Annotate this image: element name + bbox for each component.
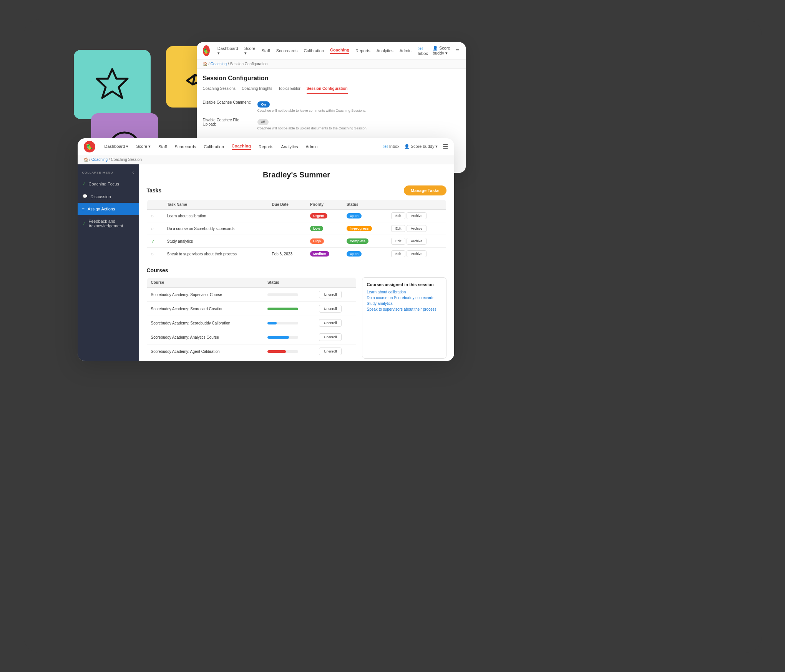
- course-name-4: Scorebuddy Academy: Analytics Course: [147, 330, 264, 344]
- main-nav-dashboard[interactable]: Dashboard ▾: [105, 144, 129, 149]
- bg-nav-calibration[interactable]: Calibration: [304, 48, 324, 53]
- unenroll-button-5[interactable]: Unenroll: [319, 348, 342, 355]
- main-nav-coaching[interactable]: Coaching: [232, 144, 251, 150]
- task-actions-3: Edit Archive: [387, 235, 446, 248]
- main-logo: 🦜: [84, 141, 95, 152]
- bg-nav-dashboard[interactable]: Dashboard ▾: [217, 46, 238, 56]
- bg-breadcrumb-page: Session Configuration: [230, 62, 267, 66]
- assigned-course-3[interactable]: Study analytics: [367, 301, 441, 306]
- task-archive-button-2[interactable]: Archive: [407, 225, 427, 232]
- main-nav-calibration[interactable]: Calibration: [204, 144, 224, 149]
- main-nav-score[interactable]: Score ▾: [136, 144, 151, 149]
- tasks-col-name: Task Name: [163, 200, 268, 210]
- bg-toggle-on[interactable]: On: [257, 101, 270, 108]
- list-item: Scorebuddy Academy: Supervisor Course Un…: [147, 288, 356, 302]
- table-row: ✓ Study analytics High Complete Edit Arc…: [147, 235, 446, 248]
- bg-inbox[interactable]: 📧 Inbox: [418, 46, 428, 56]
- assigned-course-1[interactable]: Learn about calibration: [367, 290, 441, 294]
- sidebar-item-discussion[interactable]: 💬 Discussion: [78, 190, 139, 203]
- courses-header-row: Course Status: [147, 278, 356, 288]
- bg-page-title: Session Configuration: [203, 75, 460, 82]
- task-edit-button-2[interactable]: Edit: [391, 225, 406, 232]
- task-edit-button-1[interactable]: Edit: [391, 212, 406, 219]
- task-edit-button-3[interactable]: Edit: [391, 238, 406, 245]
- bg-tabs: Coaching Sessions Coaching Insights Topi…: [203, 86, 460, 94]
- main-inbox[interactable]: 📧 Inbox: [383, 144, 400, 149]
- main-nav-reports[interactable]: Reports: [259, 144, 274, 149]
- course-progress-1: [264, 288, 315, 302]
- task-archive-button-4[interactable]: Archive: [407, 250, 427, 257]
- course-progress-3: [264, 316, 315, 330]
- sidebar-label-discussion: Discussion: [91, 194, 111, 199]
- task-due-3: [268, 235, 307, 248]
- tasks-col-status: Status: [343, 200, 387, 210]
- unenroll-button-3[interactable]: Unenroll: [319, 319, 342, 327]
- bg-nav-score[interactable]: Score ▾: [244, 46, 256, 56]
- bg-nav-bar: 🦜 Dashboard ▾ Score ▾ Staff Scorecards C…: [197, 42, 466, 60]
- progress-bar-2: [267, 308, 298, 310]
- main-nav-staff[interactable]: Staff: [158, 144, 167, 149]
- sidebar-label-assign-actions: Assign Actions: [88, 207, 115, 211]
- task-check-1: ○: [147, 210, 163, 222]
- main-content: Bradley's Summer Tasks Manage Tasks Task…: [139, 164, 454, 361]
- bg-tab-sessions[interactable]: Coaching Sessions: [203, 86, 236, 94]
- main-hamburger[interactable]: ☰: [443, 143, 448, 150]
- svg-marker-0: [97, 69, 128, 98]
- task-due-4: Feb 8, 2023: [268, 248, 307, 260]
- sidebar-item-assign-actions[interactable]: ≡ Assign Actions: [78, 203, 139, 215]
- course-progress-2: [264, 302, 315, 316]
- bg-user[interactable]: 👤 Score buddy ▾: [433, 46, 451, 56]
- bg-breadcrumb-coaching[interactable]: Coaching: [211, 62, 227, 66]
- sidebar-item-coaching-focus[interactable]: ✓ Coaching Focus: [78, 177, 139, 190]
- sticker-star: [74, 50, 151, 119]
- task-archive-button-3[interactable]: Archive: [407, 238, 427, 245]
- bg-content: Session Configuration Coaching Sessions …: [197, 69, 466, 142]
- bg-nav-reports[interactable]: Reports: [355, 48, 370, 53]
- bg-nav-scorecards[interactable]: Scorecards: [276, 48, 298, 53]
- task-due-2: [268, 222, 307, 235]
- task-edit-button-4[interactable]: Edit: [391, 250, 406, 257]
- bg-tab-topics[interactable]: Topics Editor: [279, 86, 300, 94]
- main-nav-scorecards[interactable]: Scorecards: [175, 144, 196, 149]
- bg-tab-insights[interactable]: Coaching Insights: [242, 86, 272, 94]
- main-breadcrumb-coaching[interactable]: Coaching: [91, 157, 108, 162]
- task-actions-2: Edit Archive: [387, 222, 446, 235]
- unenroll-button-2[interactable]: Unenroll: [319, 305, 342, 313]
- main-nav-analytics[interactable]: Analytics: [281, 144, 298, 149]
- session-title: Bradley's Summer: [147, 170, 446, 179]
- bg-nav-right: 📧 Inbox 👤 Score buddy ▾ ☰: [418, 46, 460, 56]
- progress-fill-2: [267, 308, 298, 310]
- table-row: ○ Learn about calibration Urgent Open Ed…: [147, 210, 446, 222]
- tasks-col-actions: [387, 200, 446, 210]
- courses-layout: Course Status Scorebuddy Academy: Superv…: [147, 277, 446, 359]
- sidebar-icon-assign: ≡: [82, 207, 85, 211]
- bg-nav-coaching[interactable]: Coaching: [330, 48, 349, 54]
- main-nav-admin[interactable]: Admin: [306, 144, 318, 149]
- assigned-course-4[interactable]: Speak to supervisors about their process: [367, 307, 441, 311]
- bg-nav-admin[interactable]: Admin: [400, 48, 412, 53]
- bg-tab-config[interactable]: Session Configuration: [307, 86, 348, 94]
- task-archive-button-1[interactable]: Archive: [407, 212, 427, 219]
- unenroll-button-4[interactable]: Unenroll: [319, 333, 342, 341]
- bg-toggle-off[interactable]: off: [257, 119, 269, 125]
- sidebar-chevron-icon: ‹: [133, 170, 134, 175]
- sidebar-check-icon-2: ✓: [82, 221, 86, 226]
- bg-nav-staff[interactable]: Staff: [261, 48, 270, 53]
- list-item: Scorebuddy Academy: Analytics Course Une…: [147, 330, 356, 344]
- sidebar-collapse-btn[interactable]: COLLAPSE MENU ‹: [78, 167, 139, 177]
- table-row: ○ Do a course on Scorebuddy scorecards L…: [147, 222, 446, 235]
- sidebar-item-feedback[interactable]: ✓ Feedback and Acknowledgement: [78, 215, 139, 232]
- task-name-2: Do a course on Scorebuddy scorecards: [163, 222, 268, 235]
- manage-tasks-button[interactable]: Manage Tasks: [404, 185, 446, 195]
- unenroll-button-1[interactable]: Unenroll: [319, 291, 342, 298]
- task-priority-3: High: [306, 235, 343, 248]
- task-status-4: Open: [343, 248, 387, 260]
- bg-menu-icon[interactable]: ☰: [456, 48, 460, 53]
- bg-nav-analytics[interactable]: Analytics: [377, 48, 393, 53]
- assigned-course-2[interactable]: Do a course on Scorebuddy scorecards: [367, 296, 441, 300]
- progress-bar-4: [267, 336, 298, 339]
- main-user[interactable]: 👤 Score buddy ▾: [404, 144, 438, 149]
- list-item: Scorebuddy Academy: Scorecard Creation U…: [147, 302, 356, 316]
- task-name-1: Learn about calibration: [163, 210, 268, 222]
- bg-setting-comment-desc: Coachee will not be able to leave commen…: [257, 109, 460, 113]
